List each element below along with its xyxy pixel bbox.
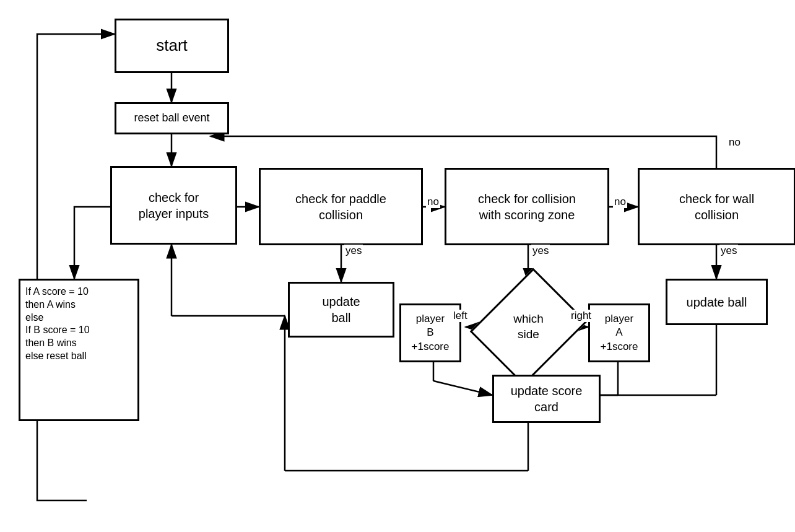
start-box: start [115,19,229,73]
check-scoring-zone-box: check for collision with scoring zone [445,168,609,245]
no-label-1: no [426,196,440,208]
yes-label-3: yes [719,245,738,257]
right-label: right [570,310,593,322]
arrows-layer [0,0,795,532]
player-a-box: player A +1score [588,303,650,362]
update-ball-wall-box: update ball [666,279,768,325]
update-ball-paddle-box: update ball [288,282,394,338]
check-paddle-collision-box: check for paddle collision [259,168,423,245]
reset-ball-box: reset ball event [115,102,229,134]
svg-line-12 [433,381,492,395]
no-label-3: no [728,136,742,149]
check-player-inputs-box: check for player inputs [110,166,237,245]
left-label: left [452,310,469,322]
check-wall-collision-box: check for wall collision [638,168,795,245]
yes-label-1: yes [344,245,363,257]
flowchart-diagram: start reset ball event check for player … [0,0,795,532]
yes-label-2: yes [531,245,550,257]
no-label-2: no [613,196,627,208]
update-score-card-box: update score card [492,375,601,423]
end-condition-box: If A score = 10 then A wins else If B sc… [19,279,139,421]
which-side-diamond: which side [490,282,567,372]
